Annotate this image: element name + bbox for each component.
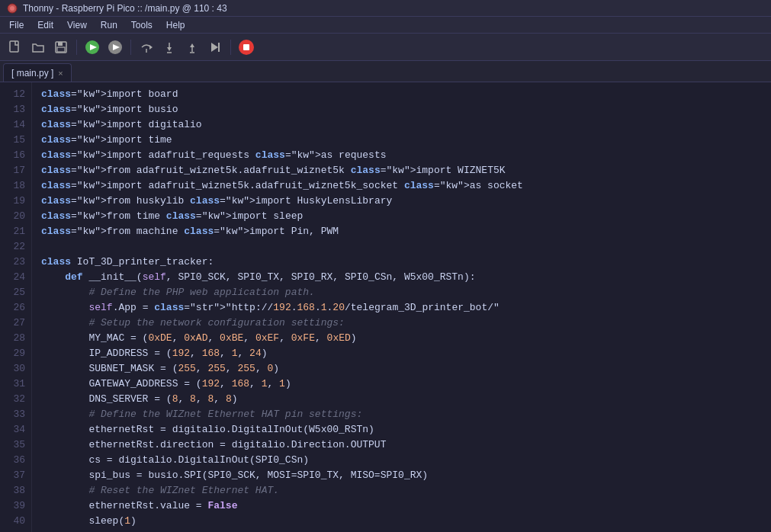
line-number: 40 (0, 514, 31, 529)
code-line: SUBNET_MASK = (255, 255, 255, 0) (41, 361, 762, 377)
line-number: 16 (0, 148, 31, 163)
svg-marker-18 (211, 43, 218, 52)
step-into-icon (162, 40, 177, 55)
step-over-icon (139, 40, 154, 55)
title-text: Thonny - Raspberry Pi Pico :: /main.py @… (23, 3, 227, 14)
line-number: 13 (0, 102, 31, 117)
code-line: class="kw">import adafruit_wiznet5k.adaf… (41, 178, 762, 194)
save-button[interactable] (50, 37, 72, 58)
svg-rect-21 (243, 44, 249, 50)
svg-point-1 (10, 6, 14, 11)
code-line: class="kw">import busio (41, 102, 762, 117)
debug-icon (107, 39, 124, 56)
svg-marker-16 (190, 43, 194, 47)
new-file-icon (8, 40, 23, 55)
line-number: 35 (0, 437, 31, 453)
line-number: 22 (0, 239, 31, 255)
line-number: 36 (0, 453, 31, 468)
svg-rect-4 (58, 42, 63, 46)
code-line: self.App = class="str">"http://192.168.1… (41, 300, 762, 316)
line-number: 23 (0, 255, 31, 270)
open-button[interactable] (27, 37, 49, 58)
line-number: 32 (0, 392, 31, 407)
code-line: cs = digitalio.DigitalInOut(SPI0_CSn) (41, 453, 762, 468)
code-line: # Setup the network configuration settin… (41, 316, 762, 331)
debug-button[interactable] (104, 37, 126, 58)
code-line: # Reset the WIZnet Ethernet HAT. (41, 483, 762, 498)
step-into-button[interactable] (159, 37, 180, 58)
code-content[interactable]: class="kw">import boardclass="kw">import… (32, 82, 771, 532)
menu-run[interactable]: Run (95, 18, 124, 32)
tab-close-button[interactable]: × (58, 69, 63, 78)
line-number: 26 (0, 300, 31, 316)
menu-bar: File Edit View Run Tools Help (0, 17, 771, 34)
code-line: def __init__(self, SPI0_SCK, SPI0_TX, SP… (41, 270, 762, 285)
svg-rect-2 (10, 41, 18, 52)
step-over-button[interactable] (136, 37, 157, 58)
line-number: 30 (0, 361, 31, 377)
line-number: 18 (0, 178, 31, 194)
svg-marker-10 (149, 45, 153, 50)
toolbar (0, 34, 771, 61)
code-line: class="kw">import time (41, 133, 762, 148)
app-icon (6, 2, 18, 14)
new-button[interactable] (5, 37, 26, 58)
line-numbers: 1213141516171819202122232425262728293031… (0, 82, 32, 532)
code-line: IP_ADDRESS = (192, 168, 1, 24) (41, 346, 762, 361)
code-line: class="kw">import digitalio (41, 117, 762, 133)
line-number: 21 (0, 224, 31, 239)
toolbar-sep-2 (130, 40, 131, 55)
run-icon (84, 39, 101, 56)
stop-button[interactable] (236, 37, 257, 58)
menu-file[interactable]: File (3, 18, 30, 32)
svg-rect-5 (57, 47, 65, 52)
line-number: 19 (0, 194, 31, 209)
open-file-icon (31, 40, 46, 55)
code-line: class IoT_3D_printer_tracker: (41, 255, 762, 270)
line-number: 34 (0, 422, 31, 437)
step-out-button[interactable] (182, 37, 203, 58)
stop-icon (237, 38, 255, 56)
code-line: ethernetRst.direction = digitalio.Direct… (41, 437, 762, 453)
step-out-icon (185, 40, 200, 55)
line-number: 31 (0, 377, 31, 392)
toolbar-sep-3 (230, 40, 231, 55)
tab-label: [ main.py ] (11, 68, 53, 79)
code-line (41, 239, 762, 255)
line-number: 28 (0, 331, 31, 346)
title-bar: Thonny - Raspberry Pi Pico :: /main.py @… (0, 0, 771, 17)
menu-edit[interactable]: Edit (31, 18, 59, 32)
resume-button[interactable] (204, 37, 226, 58)
menu-view[interactable]: View (61, 18, 93, 32)
code-line: class="kw">from time class="kw">import s… (41, 209, 762, 224)
code-line: # Define the PHP web application path. (41, 285, 762, 300)
line-number: 15 (0, 133, 31, 148)
line-number: 29 (0, 346, 31, 361)
code-line: class="kw">from huskylib class="kw">impo… (41, 194, 762, 209)
toolbar-sep-1 (76, 40, 77, 55)
line-number: 33 (0, 407, 31, 422)
code-line: class="kw">import adafruit_requests clas… (41, 148, 762, 163)
code-line: class="kw">from adafruit_wiznet5k.adafru… (41, 163, 762, 178)
line-number: 27 (0, 316, 31, 331)
line-number: 17 (0, 163, 31, 178)
line-number: 24 (0, 270, 31, 285)
code-line: GATEWAY_ADDRESS = (192, 168, 1, 1) (41, 377, 762, 392)
line-number: 14 (0, 117, 31, 133)
code-line: class="kw">import board (41, 87, 762, 102)
code-line: DNS_SERVER = (8, 8, 8, 8) (41, 392, 762, 407)
line-number: 38 (0, 483, 31, 498)
resume-icon (207, 40, 223, 55)
line-number: 25 (0, 285, 31, 300)
line-number: 20 (0, 209, 31, 224)
tab-main-py[interactable]: [ main.py ] × (3, 63, 72, 82)
line-number: 37 (0, 468, 31, 483)
run-button[interactable] (82, 37, 103, 58)
code-line: MY_MAC = (0xDE, 0xAD, 0xBE, 0xEF, 0xFE, … (41, 331, 762, 346)
code-line: spi_bus = busio.SPI(SPI0_SCK, MOSI=SPI0_… (41, 468, 762, 483)
line-number: 12 (0, 87, 31, 102)
menu-help[interactable]: Help (160, 18, 191, 32)
menu-tools[interactable]: Tools (125, 18, 159, 32)
code-line: ethernetRst.value = False (41, 498, 762, 514)
code-area: 1213141516171819202122232425262728293031… (0, 82, 771, 532)
